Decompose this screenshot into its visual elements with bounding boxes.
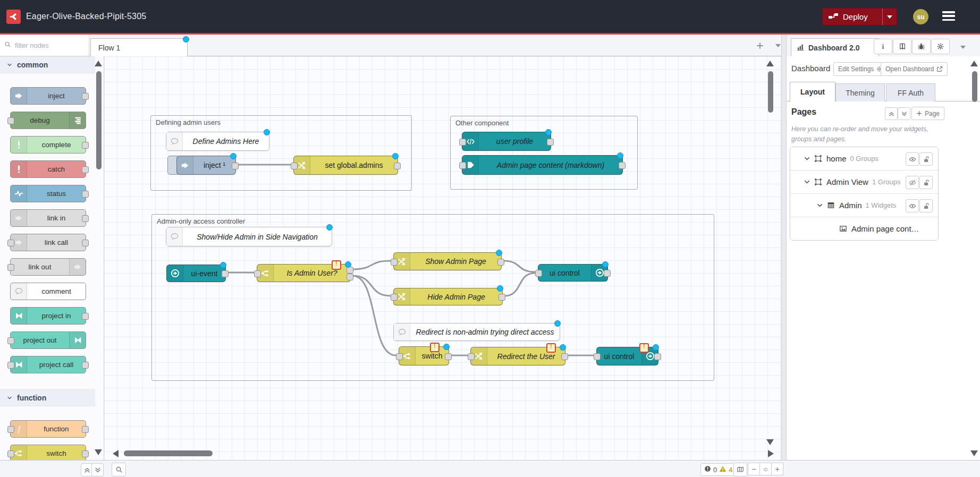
palette-node-link-out[interactable]: link out	[10, 258, 86, 276]
minimap-toggle-button[interactable]	[733, 463, 747, 476]
palette-node-debug[interactable]: debug	[10, 112, 86, 129]
output-port[interactable]	[654, 353, 661, 360]
output-port[interactable]	[445, 353, 452, 360]
tab-layout[interactable]: Layout	[790, 82, 835, 102]
tree-row-admin[interactable]: Admin1 Widgets	[790, 194, 938, 217]
palette-node-link-call[interactable]: link call	[10, 234, 86, 251]
input-port[interactable]	[391, 259, 398, 266]
output-port-1[interactable]	[347, 267, 353, 274]
palette-category-header[interactable]: function	[0, 389, 95, 406]
input-port[interactable]	[291, 163, 298, 169]
canvas-hscrollbar-thumb[interactable]	[124, 450, 213, 456]
flow-node-ui-control-2[interactable]: ui control!	[596, 347, 658, 365]
canvas-scroll-down[interactable]	[766, 439, 774, 445]
lock-button[interactable]	[919, 199, 933, 212]
sidebar-tab-list-button[interactable]	[957, 41, 969, 54]
output-port[interactable]	[82, 450, 89, 457]
flow-node-show-admin-page[interactable]: Show Admin Page	[393, 252, 502, 270]
flow-node-switch[interactable]: switch!	[399, 346, 449, 365]
tab-debug-button[interactable]	[912, 39, 931, 54]
sidebar-resize-handle[interactable]	[781, 35, 787, 460]
palette-node-link-in[interactable]: link in	[10, 209, 86, 227]
tab-theming[interactable]: Theming	[835, 83, 885, 101]
zoom-out-button[interactable]: −	[748, 463, 760, 475]
flow-node-set-global-admins[interactable]: set global.admins	[293, 156, 398, 175]
output-port-2[interactable]	[347, 274, 353, 280]
flow-group-other-component[interactable]: Other component	[450, 116, 638, 190]
output-port[interactable]	[561, 353, 568, 360]
output-port[interactable]	[82, 93, 89, 100]
palette-node-project-in[interactable]: project in	[10, 307, 86, 325]
input-port[interactable]	[7, 117, 14, 124]
palette-scroll-up[interactable]	[95, 61, 102, 66]
canvas-vscrollbar-thumb[interactable]	[768, 71, 773, 113]
input-port[interactable]	[535, 270, 542, 277]
output-port[interactable]	[222, 270, 229, 277]
sidebar-scroll-up[interactable]	[970, 61, 978, 66]
flow-node-user-profile[interactable]: user profile	[462, 132, 551, 151]
input-port[interactable]	[459, 139, 466, 146]
input-port[interactable]	[254, 270, 261, 277]
flow-node-is-admin-user[interactable]: Is Admin User?!	[257, 264, 351, 282]
input-port[interactable]	[7, 450, 14, 457]
notification-counts[interactable]: 0 4	[700, 463, 736, 476]
lock-button[interactable]	[919, 176, 933, 189]
chevron-down-icon[interactable]	[803, 155, 811, 163]
flow-node-hide-admin-page[interactable]: Hide Admin Page	[393, 288, 503, 305]
palette-node-function[interactable]: ffunction	[10, 420, 86, 438]
sidebar-scrollbar-thumb[interactable]	[972, 71, 977, 102]
canvas-scroll-right[interactable]	[768, 450, 774, 457]
sidebar-scroll-down[interactable]	[970, 450, 978, 456]
input-port[interactable]	[468, 353, 475, 360]
flow-canvas[interactable]: Defining admin usersOther componentAdmin…	[104, 56, 785, 460]
output-port[interactable]	[619, 162, 626, 169]
palette-node-complete[interactable]: complete	[10, 136, 86, 154]
input-port[interactable]	[7, 426, 14, 433]
filter-nodes-input[interactable]	[14, 41, 74, 50]
input-port[interactable]	[391, 294, 398, 301]
add-page-button[interactable]: Page	[911, 107, 944, 120]
output-port[interactable]	[547, 139, 554, 146]
input-port[interactable]	[7, 240, 14, 246]
output-port[interactable]	[394, 163, 401, 169]
palette-node-project-out[interactable]: project out	[10, 331, 86, 349]
palette-scrollbar-thumb[interactable]	[96, 71, 102, 169]
output-port[interactable]	[232, 163, 239, 169]
input-port[interactable]	[594, 353, 601, 360]
canvas-scroll-up[interactable]	[766, 61, 774, 66]
user-avatar[interactable]: su	[913, 9, 928, 24]
canvas-scroll-left[interactable]	[113, 450, 119, 457]
output-port[interactable]	[82, 191, 89, 198]
input-port[interactable]	[7, 362, 14, 369]
visibility-button[interactable]	[906, 199, 919, 212]
deploy-options-button[interactable]	[882, 8, 897, 25]
flow-node-ui-event[interactable]: ui-event	[166, 265, 226, 282]
lock-button[interactable]	[919, 152, 933, 166]
flow-node-inject-1[interactable]: inject ¹	[176, 156, 236, 175]
tree-row-admin-page-content-markdown-[interactable]: Admin page content (markdown)	[790, 217, 938, 240]
output-port[interactable]	[82, 313, 89, 320]
palette-node-status[interactable]: status	[10, 185, 86, 202]
flow-node-ui-control-1[interactable]: ui control	[538, 264, 608, 282]
open-dashboard-button[interactable]: Open Dashboard	[881, 62, 948, 76]
flow-tab[interactable]: Flow 1	[90, 38, 188, 57]
zoom-in-button[interactable]: +	[771, 463, 783, 475]
palette-node-inject[interactable]: inject	[10, 87, 86, 105]
flow-node-admin-page-content[interactable]: Admin page content (markdown)	[462, 155, 623, 175]
flow-node-redirect-the-user[interactable]: Redirect the User!	[470, 347, 565, 365]
zoom-reset-button[interactable]: ○	[759, 463, 772, 475]
output-port[interactable]	[82, 215, 89, 222]
output-port[interactable]	[82, 240, 89, 246]
palette-expand-all-button[interactable]	[91, 463, 104, 476]
edit-settings-button[interactable]: Edit Settings	[833, 62, 888, 76]
input-port[interactable]	[7, 337, 14, 344]
input-port[interactable]	[7, 264, 14, 271]
output-port[interactable]	[82, 166, 89, 173]
expand-all-button[interactable]	[898, 107, 910, 120]
main-menu-button[interactable]	[942, 11, 955, 21]
flow-node-comment-redirect[interactable]: Redirect is non-admin trying direct acce…	[393, 323, 560, 341]
chevron-down-icon[interactable]	[816, 201, 824, 209]
visibility-button[interactable]	[906, 152, 919, 166]
output-port[interactable]	[604, 270, 611, 277]
add-flow-button[interactable]	[754, 39, 766, 52]
